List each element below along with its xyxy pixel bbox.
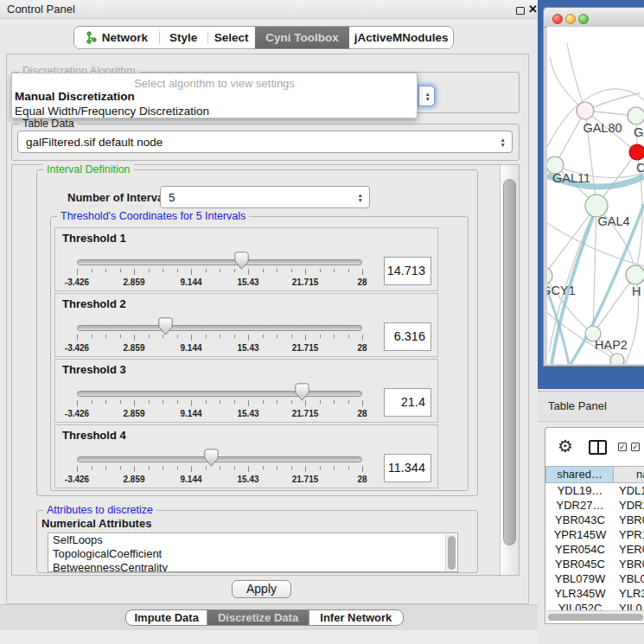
table-panel-region: Table Panel ⚙ ✓ ✓ shared… na YDL19…YDL1Y… xyxy=(538,389,644,644)
control-panel-titlebar: Control Panel xyxy=(0,0,538,19)
slider-tick-labels: -3.4262.8599.14415.4321.71528 xyxy=(77,475,362,485)
network-edge[interactable] xyxy=(567,43,585,111)
table-rows: YDL19…YDL1YDR27…YDR2YBR043CYBR0YPR145WYP… xyxy=(546,483,644,610)
network-node-label: C xyxy=(636,161,644,175)
network-node-label: GAL11 xyxy=(552,171,590,185)
slider-thumb[interactable] xyxy=(204,449,219,467)
slider-track[interactable] xyxy=(77,325,362,331)
tab-style[interactable]: Style xyxy=(160,27,207,48)
table-row[interactable]: YPR145WYPR1 xyxy=(546,527,644,542)
slider-ticks xyxy=(77,466,362,474)
cell-shared-name: YPR145W xyxy=(546,527,614,542)
attribute-item[interactable]: SelfLoops xyxy=(48,533,457,547)
network-edge[interactable] xyxy=(593,275,635,334)
close-icon[interactable]: ✕ xyxy=(528,3,538,16)
network-edge[interactable] xyxy=(555,111,585,165)
network-node[interactable] xyxy=(547,267,552,284)
num-intervals-combo[interactable]: 5 ▲▼ xyxy=(160,186,370,208)
horizontal-scrollbar-thumb[interactable] xyxy=(548,614,643,621)
network-icon xyxy=(86,31,97,44)
network-window-titlebar[interactable] xyxy=(544,8,644,28)
slider-thumb[interactable] xyxy=(295,383,309,401)
checkbox-icon[interactable]: ✓ xyxy=(618,443,627,451)
cell-name: YER0 xyxy=(614,542,644,557)
minimize-traffic-light[interactable] xyxy=(565,14,576,24)
table-row[interactable]: YLR345WYLR3 xyxy=(546,586,644,601)
table-row[interactable]: YIL052CYIL0 xyxy=(546,601,644,610)
network-node[interactable] xyxy=(629,144,644,160)
horizontal-scrollbar[interactable] xyxy=(546,610,644,622)
attributes-list-scrollbar-thumb[interactable] xyxy=(448,536,456,570)
apply-button[interactable]: Apply xyxy=(232,580,291,598)
vertical-scrollbar[interactable] xyxy=(500,165,519,575)
tab-impute-data[interactable]: Impute Data xyxy=(126,610,207,625)
cell-shared-name: YBR045C xyxy=(546,557,614,571)
network-node[interactable] xyxy=(628,107,644,124)
table-row[interactable]: YDR27…YDR2 xyxy=(546,498,644,513)
slider-track[interactable] xyxy=(77,391,362,397)
gear-icon[interactable]: ⚙ xyxy=(558,437,573,455)
network-edge[interactable] xyxy=(547,206,596,276)
cell-name: YDL1 xyxy=(614,483,644,498)
cell-name: YDR2 xyxy=(614,498,644,513)
attribute-item[interactable]: BetweennessCentrality xyxy=(48,561,457,572)
table-panel-bar: Table Panel xyxy=(538,391,644,422)
tab-cyni-toolbox[interactable]: Cyni Toolbox xyxy=(255,27,350,48)
attribute-item[interactable]: TopologicalCoefficient xyxy=(48,547,457,561)
algorithm-option-manual[interactable]: Manual Discretization xyxy=(15,90,414,103)
network-graph[interactable]: GAL80GACGAL11GAL4GCY1HHAP2 xyxy=(547,27,644,364)
vertical-scrollbar-thumb[interactable] xyxy=(503,179,516,545)
table-data-title: Table Data xyxy=(19,118,78,130)
network-node[interactable] xyxy=(577,102,594,119)
tab-jactivemnodules[interactable]: jActiveMNodules xyxy=(349,27,453,48)
table-row[interactable]: YER054CYER0 xyxy=(546,542,644,557)
threshold-panel: Threshold 2-3.4262.8599.14415.4321.71528… xyxy=(54,293,438,357)
threshold-value-field[interactable]: 21.4 xyxy=(384,388,431,417)
algorithm-option-equal-width[interactable]: Equal Width/Frequency Discretization xyxy=(15,105,414,118)
cell-name: YPR1 xyxy=(614,527,644,542)
column-header-name[interactable]: na xyxy=(614,466,644,483)
column-header-shared-name[interactable]: shared… xyxy=(545,466,614,483)
slider-track[interactable] xyxy=(77,259,362,265)
attributes-list[interactable]: SelfLoopsTopologicalCoefficientBetweenne… xyxy=(48,532,458,572)
split-columns-icon[interactable] xyxy=(589,440,607,455)
bottom-tabbar: Impute Data Discretize Data Infer Networ… xyxy=(125,609,404,626)
cell-shared-name: YIL052C xyxy=(546,601,614,610)
attributes-list-scrollbar[interactable] xyxy=(445,534,456,571)
table-row[interactable]: YDL19…YDL1 xyxy=(546,483,644,498)
table-data-combo[interactable]: galFiltered.sif default node ▲▼ xyxy=(17,131,513,153)
slider-thumb[interactable] xyxy=(234,252,249,270)
slider-ticks xyxy=(77,400,362,408)
network-node[interactable] xyxy=(610,354,624,364)
threshold-panel: Threshold 3-3.4262.8599.14415.4321.71528… xyxy=(54,359,438,423)
network-node[interactable] xyxy=(626,265,644,284)
cell-name: YBL0 xyxy=(614,571,644,586)
top-tabbar: Network Style Select Cyni Toolbox jActiv… xyxy=(73,26,454,49)
table-row[interactable]: YBR045CYBR0 xyxy=(546,557,644,571)
zoom-traffic-light[interactable] xyxy=(578,14,589,24)
threshold-panels: Threshold 1-3.4262.8599.14415.4321.71528… xyxy=(54,227,438,488)
network-node-label: GA xyxy=(634,125,644,139)
threshold-value-field[interactable]: 11.344 xyxy=(384,454,431,482)
network-node-label: GCY1 xyxy=(547,284,576,297)
tab-select[interactable]: Select xyxy=(208,27,255,48)
algorithm-combo-focused[interactable]: ▲▼ xyxy=(418,86,435,106)
threshold-value-field[interactable]: 6.316 xyxy=(384,322,431,351)
slider-ticks xyxy=(77,335,362,342)
close-traffic-light[interactable] xyxy=(552,14,563,24)
tab-infer-network[interactable]: Infer Network xyxy=(309,610,403,625)
threshold-panel: Threshold 1-3.4262.8599.14415.4321.71528… xyxy=(54,227,438,291)
algorithm-popup: Select algorithm to view settings Manual… xyxy=(11,73,418,118)
network-canvas[interactable]: GAL80GACGAL11GAL4GCY1HHAP2 xyxy=(547,27,644,364)
table-row[interactable]: YBL079WYBL0 xyxy=(546,571,644,586)
table-card: ⚙ ✓ ✓ shared… na YDL19…YDL1YDR27…YDR2YBR… xyxy=(545,427,644,624)
slider-track[interactable] xyxy=(77,456,362,462)
float-window-icon[interactable] xyxy=(516,7,525,15)
tab-network[interactable]: Network xyxy=(74,27,159,48)
slider-thumb[interactable] xyxy=(158,317,173,335)
tab-discretize-data[interactable]: Discretize Data xyxy=(207,610,309,625)
cell-shared-name: YLR345W xyxy=(546,586,614,601)
threshold-value-field[interactable]: 14.713 xyxy=(384,257,431,285)
checkbox-icon[interactable]: ✓ xyxy=(631,443,640,451)
table-row[interactable]: YBR043CYBR0 xyxy=(546,513,644,527)
